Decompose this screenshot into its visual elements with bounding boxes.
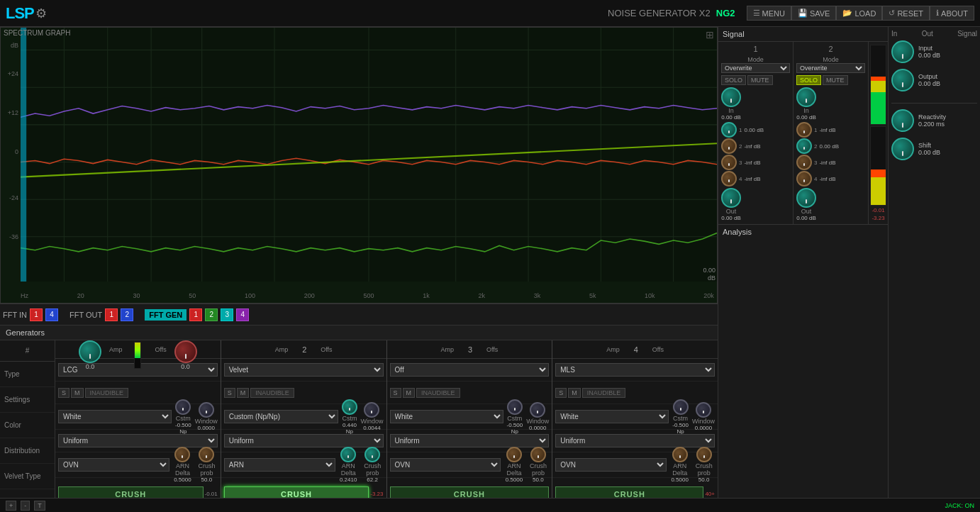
- menu-button[interactable]: ☰ MENU: [747, 6, 791, 21]
- gen-ch3-s-button[interactable]: S: [390, 388, 401, 398]
- gen-ch3-window-label: Window: [526, 418, 549, 425]
- gen-ch1-color-select[interactable]: White: [58, 410, 172, 423]
- signal-ch2-in2-knob[interactable]: [796, 138, 812, 154]
- gen-ch1-velvet-row: OVN ARN Delta 0.5000 Crush prob 50.0: [55, 452, 221, 478]
- gen-ch1-velvet-select[interactable]: OVN: [58, 458, 169, 472]
- gen-ch4-inaudible-button[interactable]: INAUDIBLE: [582, 388, 626, 398]
- gen-ch3-cstm-knob[interactable]: [507, 399, 523, 415]
- signal-ch2-in4-knob[interactable]: [796, 171, 812, 187]
- signal-ch2-mute-button[interactable]: MUTE: [823, 75, 848, 85]
- signal-ch2-in1-knob[interactable]: [796, 122, 812, 138]
- gen-channel-1: Amp 1 Offs 0.0: [55, 340, 221, 510]
- gen-ch1-cstm-knob[interactable]: [175, 399, 191, 415]
- fft-in-btn-4[interactable]: 4: [45, 308, 58, 321]
- gen-ch2-inaudible-button[interactable]: INAUDIBLE: [250, 388, 294, 398]
- fft-gen-btn-4[interactable]: 4: [236, 308, 249, 321]
- gen-label-settings: Settings: [0, 387, 55, 413]
- spectrum-maximize-icon[interactable]: ⊞: [706, 29, 714, 40]
- output-knob[interactable]: [891, 69, 914, 91]
- load-button[interactable]: 📂 LOAD: [836, 6, 882, 21]
- shift-knob[interactable]: [891, 138, 914, 160]
- in-label: In: [891, 30, 897, 38]
- gen-ch4-dist-select[interactable]: Uniform: [555, 434, 715, 447]
- input-knob[interactable]: [891, 40, 914, 63]
- gen-ch2-crushprob-knob[interactable]: [364, 447, 380, 462]
- gen-ch4-arndelta-knob[interactable]: [672, 447, 688, 462]
- reset-button[interactable]: ↺ RESET: [882, 6, 930, 21]
- gen-ch3-inaudible-button[interactable]: INAUDIBLE: [416, 388, 460, 398]
- fft-gen-btn-3[interactable]: 3: [221, 308, 233, 321]
- gen-ch4-s-button[interactable]: S: [555, 388, 567, 398]
- add-gen-button[interactable]: +: [6, 501, 16, 511]
- signal-ch1-in4-knob[interactable]: [721, 171, 737, 187]
- save-button[interactable]: 💾 SAVE: [791, 6, 837, 21]
- gen-ch1-amp-knob[interactable]: [79, 340, 101, 363]
- gen-ch2-velvet-row: ARN ARN Delta 0.2410 Crush prob 62.2: [221, 452, 386, 478]
- gen-ch2-m-button[interactable]: M: [237, 388, 250, 398]
- gen-ch1-arndelta-knob[interactable]: [174, 447, 190, 462]
- gen-ch4-cstm-knob[interactable]: [673, 399, 689, 415]
- signal-ch1-mode-select[interactable]: Overwrite: [721, 63, 790, 73]
- gen-ch1-window-knob[interactable]: [199, 402, 214, 418]
- hz-label-20: 20: [77, 292, 84, 299]
- jack-status: JACK: ON: [945, 502, 974, 509]
- spectrum-title: SPECTRUM GRAPH: [4, 29, 70, 37]
- signal-ch1-num: 1: [721, 45, 790, 53]
- fft-out-btn-1[interactable]: 1: [105, 308, 118, 321]
- gen-ch4-window-knob[interactable]: [696, 402, 711, 418]
- remove-gen-button[interactable]: -: [21, 501, 30, 511]
- gen-ch3-dist-select[interactable]: Uniform: [390, 434, 550, 447]
- gen-ch2-dist-select[interactable]: Uniform: [224, 434, 384, 447]
- gen-ch1-dist-select[interactable]: Uniform: [58, 434, 218, 447]
- gen-ch4-crushprob-knob[interactable]: [696, 447, 712, 462]
- gen-ch3-crushprob-knob[interactable]: [530, 447, 546, 462]
- signal-ch2-mode-select[interactable]: Overwrite: [796, 63, 865, 73]
- signal-ch2-out-label: Out: [801, 208, 812, 215]
- gen-ch2-window-knob[interactable]: [364, 402, 379, 418]
- signal-ch1-in3-knob[interactable]: [721, 155, 737, 170]
- gen-ch2-color-select[interactable]: Custom (Np/Np): [224, 410, 339, 423]
- gen-ch1-offs-knob[interactable]: [174, 340, 197, 363]
- signal-ch2-out-knob[interactable]: [796, 188, 816, 208]
- fft-gen-btn-1[interactable]: 1: [189, 308, 202, 321]
- signal-ch2-solo-button[interactable]: SOLO: [796, 75, 821, 85]
- signal-ch1-in1-knob[interactable]: [721, 122, 737, 138]
- hz-label-hz: Hz: [21, 292, 28, 299]
- gen-ch4-m-button[interactable]: M: [568, 388, 581, 398]
- gen-ch3-velvet-select[interactable]: OVN: [390, 458, 501, 472]
- signal-ch1-solo-button[interactable]: SOLO: [721, 75, 746, 85]
- gen-ch2-velvet-select[interactable]: ARN: [224, 458, 335, 472]
- gen-ch1-inaudible-button[interactable]: INAUDIBLE: [85, 388, 129, 398]
- fft-out-btn-2[interactable]: 2: [121, 308, 133, 321]
- gen-ch2-cstm-knob[interactable]: [342, 399, 357, 415]
- svg-rect-18: [21, 28, 26, 282]
- gen-ch1-crushprob-knob[interactable]: [199, 447, 214, 462]
- gen-ch4-velvet-select[interactable]: OVN: [555, 458, 667, 472]
- signal-ch1-out-knob[interactable]: [721, 188, 741, 208]
- gen-ch3-window-knob[interactable]: [530, 402, 545, 418]
- signal-ch2-in-knob[interactable]: [796, 87, 816, 107]
- signal-ch2-in3-knob[interactable]: [796, 155, 812, 170]
- reactivity-knob[interactable]: [891, 109, 914, 132]
- gen-ch2-s-button[interactable]: S: [224, 388, 235, 398]
- gen-ch3-type-select[interactable]: Off: [390, 363, 550, 377]
- gen-ch4-color-select[interactable]: White: [555, 410, 669, 423]
- signal-ch1-in2-knob[interactable]: [721, 138, 737, 154]
- fft-in-btn-1[interactable]: 1: [30, 308, 43, 321]
- gen-channel-4: Amp 4 Offs MLS S M INAUDIBLE: [552, 340, 718, 510]
- signal-ch1-in-knob[interactable]: [721, 87, 741, 107]
- about-button[interactable]: ℹ ABOUT: [930, 6, 974, 21]
- gen-ch3-color-select[interactable]: White: [390, 410, 503, 423]
- signal-ch1-mute-button[interactable]: MUTE: [747, 75, 773, 85]
- gen-ch3-arndelta-knob[interactable]: [506, 447, 522, 462]
- gen-ch4-type-select[interactable]: MLS: [555, 363, 715, 377]
- hz-label-3k: 3k: [534, 292, 541, 299]
- gen-ch2-arndelta-knob[interactable]: [340, 447, 356, 462]
- gen-ch2-type-select[interactable]: Velvet: [224, 363, 384, 377]
- gen-ch1-m-button[interactable]: M: [71, 388, 84, 398]
- gen-ch1-s-button[interactable]: S: [58, 388, 69, 398]
- fft-gen-btn-2[interactable]: 2: [205, 308, 218, 321]
- gen-ch3-m-button[interactable]: M: [403, 388, 416, 398]
- text-button[interactable]: T: [34, 501, 45, 511]
- input-value: 0.00 dB: [918, 52, 940, 59]
